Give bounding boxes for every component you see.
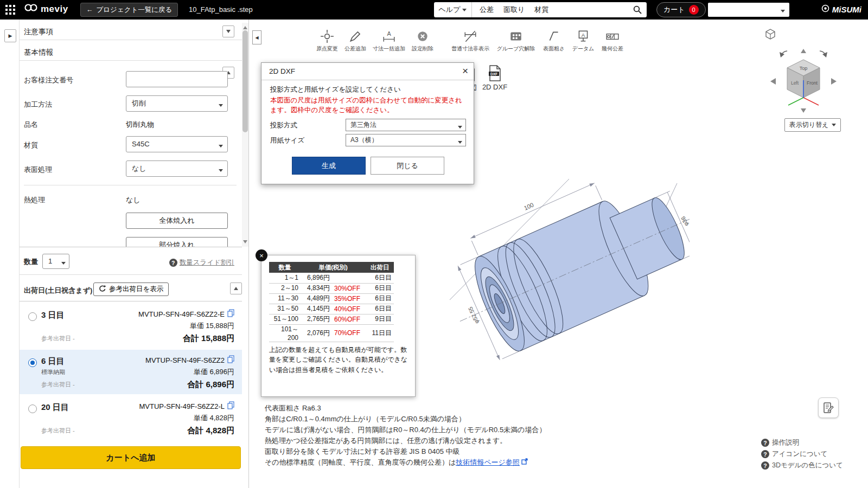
close-icon[interactable]: × (462, 65, 468, 77)
section-basic-info[interactable]: 基本情報 (20, 43, 242, 61)
quantity-discount-link[interactable]: ? 数量スライド割引 (169, 258, 234, 267)
left-edge-strip: ▶ (0, 20, 20, 488)
note-line-prefix: その他標準精度（同軸度、平行度、直角度等の幾何公差）は (265, 458, 456, 466)
meviy-wordmark: meviy (41, 4, 68, 15)
copy-icon[interactable] (227, 401, 234, 411)
table-row: 51～1002,765円60%OFF9日目 (269, 314, 394, 324)
dialog-warning: 本図面の尺度は用紙サイズの図枠に合わせて自動的に変更されます。図枠中の尺度をご確… (270, 95, 467, 115)
misumi-logo: MiSUMi (821, 4, 861, 14)
quote-sidebar: 注意事項 基本情報 お客様注文番号 加工方法 切削 品名 切削丸物 材質 S45… (20, 20, 242, 488)
toolbar-geometric-tolerance[interactable]: 幾何公差 (597, 28, 628, 54)
help-link-label: 操作説明 (772, 438, 799, 447)
rotate-right-icon (820, 51, 827, 57)
toolbar-setting-delete[interactable]: 設定削除 (409, 28, 437, 54)
help-link-model-colors[interactable]: ?3Dモデルの色について (761, 460, 843, 471)
section-notes[interactable]: 注意事項 (20, 23, 242, 40)
generate-button[interactable]: 生成 (292, 157, 366, 175)
radio-icon[interactable] (28, 312, 37, 321)
toolbar-hide-normal-dims[interactable]: 普通寸法非表示 (448, 28, 493, 54)
meviy-logo[interactable]: meviy (24, 3, 68, 15)
close-button[interactable]: 閉じる (371, 157, 444, 175)
projection-select[interactable]: 第三角法 (346, 119, 466, 131)
ship-day: 6 日目 (41, 356, 65, 367)
toolbar-2d-dxf[interactable]: DXF 2D DXF (481, 65, 508, 91)
reference-ship-date: 参考出荷日 - (41, 335, 75, 343)
table-row: 11～304,489円35%OFF6日目 (269, 293, 394, 304)
display-switch-button[interactable]: 表示切り替え (784, 118, 841, 132)
toolbar-group-hole-release[interactable]: グループ穴解除 (493, 28, 539, 54)
sidebar-scrollbar[interactable] (242, 23, 248, 247)
surface-value: なし (132, 164, 146, 172)
scrollbar-thumb[interactable] (242, 30, 248, 132)
shipping-option-6days[interactable]: 6 日目 標準納期 MVTUP-SFN-49F-S6ZZ2 単価 6,896円 … (20, 350, 242, 394)
cube-face-front[interactable]: Front (807, 80, 818, 86)
surface-label: 表面処理 (24, 165, 52, 175)
question-icon: ? (761, 439, 769, 447)
help-dropdown[interactable]: ヘルプ (434, 2, 472, 17)
table-row: 31～504,145円40%OFF6日目 (269, 304, 394, 314)
chevron-down-icon (458, 141, 462, 146)
notes-collapse-button[interactable] (222, 25, 234, 37)
surface-select[interactable]: なし (126, 160, 228, 177)
copy-icon[interactable] (227, 309, 234, 319)
memo-button[interactable] (818, 397, 839, 418)
process-value: 切削 (132, 99, 146, 107)
header-dropdown[interactable] (708, 3, 789, 17)
meviy-mark-icon (24, 3, 38, 15)
toolbar-label: グループ穴解除 (493, 45, 539, 53)
copy-icon[interactable] (227, 355, 234, 365)
add-to-cart-button[interactable]: カートへ追加 (21, 446, 241, 469)
cube-face-left[interactable]: Left (791, 80, 799, 86)
toolbar-surface-roughness[interactable]: 表面粗さ (539, 28, 569, 54)
search-input[interactable]: 公差 面取り 材質 (472, 5, 548, 15)
close-icon[interactable]: × (256, 249, 267, 261)
shipping-collapse-button[interactable] (230, 282, 242, 294)
toolbar-datum[interactable]: A データム (569, 28, 597, 54)
paper-size-select[interactable]: A3（横） (346, 134, 466, 146)
scroll-up-icon[interactable] (243, 24, 247, 29)
note-line: モデルに逃げ溝がない場合、円筒隅部はR0～R0.4の仕上がり（モデルR0.5未満… (265, 425, 546, 435)
app-grid-icon[interactable] (5, 4, 16, 15)
help-links: ?操作説明 ?アイコンについて ?3Dモデルの色について (761, 437, 843, 471)
full-hardening-button[interactable]: 全体焼入れ (126, 213, 228, 229)
cart-button[interactable]: カート 0 (656, 2, 706, 17)
3d-model-view[interactable]: 100 (418, 163, 690, 381)
product-name-label: 品名 (24, 120, 38, 130)
help-link-operation[interactable]: ?操作説明 (761, 437, 843, 448)
view-cube-control[interactable]: Top Left Front (763, 26, 844, 120)
radio-selected-icon[interactable] (28, 358, 37, 367)
misumi-mark-icon (821, 4, 829, 14)
process-select[interactable]: 切削 (126, 95, 228, 112)
quantity-discount-popup: × 数量 単価(税別) 出荷日 1～16,896円6日目 2～104,834円3… (261, 255, 416, 397)
quantity-label: 数量 (24, 257, 38, 267)
panel-collapse-button[interactable]: ◀ (252, 30, 261, 44)
toolbar-dimension-batch-add[interactable]: A 寸法一括追加 (369, 28, 409, 54)
material-select[interactable]: S45C (126, 136, 228, 152)
quantity-select[interactable]: 1 (42, 254, 69, 269)
back-to-projects-button[interactable]: ← プロジェクト一覧に戻る (80, 3, 178, 17)
navigation-cube: Top Left Front (787, 60, 820, 105)
toolbar-origin-change[interactable]: 原点変更 (313, 28, 341, 54)
part-number: MVTUP-SFN-49F-S6ZZ2-E (138, 309, 234, 319)
shipping-option-20days[interactable]: 20 日目 MVTUP-SFN-49F-S6ZZ2-L 単価 4,828円 参考… (20, 396, 242, 440)
help-link-icons[interactable]: ?アイコンについて (761, 448, 843, 460)
radio-icon[interactable] (28, 404, 37, 413)
shipping-option-3days[interactable]: 3 日目 MVTUP-SFN-49F-S6ZZ2-E 単価 15,888円 参考… (20, 304, 242, 348)
show-reference-ship-date-button[interactable]: 参考出荷日を表示 (93, 282, 169, 296)
toolbar-tolerance-add[interactable]: 公差追加 (341, 28, 369, 54)
order-number-input[interactable] (126, 71, 228, 87)
process-label: 加工方法 (24, 100, 52, 110)
svg-text:A: A (582, 32, 585, 38)
search-icon[interactable] (633, 5, 642, 16)
part-number-text: MVTUP-SFN-49F-S6ZZ2 (145, 356, 225, 364)
panel-expand-button[interactable]: ▶ (4, 29, 16, 42)
chevron-down-icon (219, 169, 223, 174)
cart-label: カート (663, 5, 685, 15)
scroll-down-icon[interactable] (243, 240, 247, 246)
cube-face-top[interactable]: Top (800, 66, 808, 71)
search-bar[interactable]: ヘルプ 公差 面取り 材質 (434, 2, 647, 17)
projection-label: 投影方式 (270, 121, 297, 130)
tech-info-link[interactable]: 技術情報ページ参照 (456, 458, 520, 466)
external-link-icon[interactable] (521, 458, 528, 466)
partial-hardening-button[interactable]: 部分焼入れ (126, 237, 228, 247)
